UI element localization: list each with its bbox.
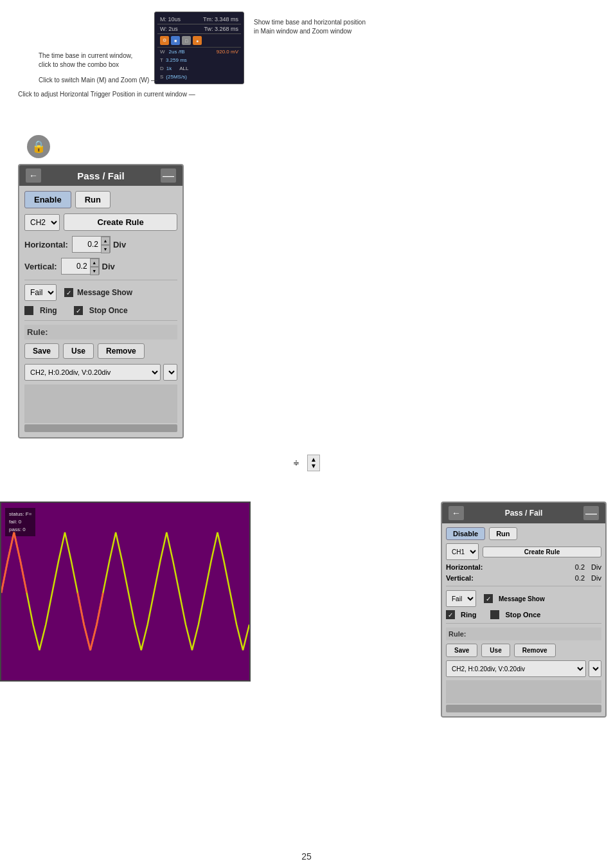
pf-enable-button[interactable]: Enable xyxy=(24,191,71,208)
pf-small-file-select[interactable]: CH2, H:0.20div, V:0.20div xyxy=(446,660,586,677)
pf-remove-button[interactable]: Remove xyxy=(98,343,145,359)
toolbar-second-row: W: 2us Tw: 3.268 ms xyxy=(157,24,241,34)
pf-small-back-button[interactable]: ← xyxy=(449,506,464,520)
pf-small-divider2 xyxy=(446,623,601,624)
pf-body: Enable Run CH2 Create Rule Horizontal: ▲ xyxy=(19,186,182,437)
pf-file-select[interactable]: CH2, H:0.20div, V:0.20div xyxy=(24,364,161,381)
pf-small-create-rule-button[interactable]: Create Rule xyxy=(483,547,601,557)
pf-horizontal-label: Horizontal: xyxy=(24,240,68,249)
trigger-val: 920.0 mV xyxy=(217,49,238,55)
pf-horizontal-input[interactable] xyxy=(73,240,98,249)
pf-divider2 xyxy=(24,320,177,321)
spinner-down-button[interactable]: ▼ xyxy=(310,463,317,469)
pf-vertical-up[interactable]: ▲ xyxy=(90,258,99,267)
pf-small-vert-label: Vertical: xyxy=(446,574,474,582)
pf-action-row: Save Use Remove xyxy=(24,343,177,359)
pf-stop-once-label: Stop Once xyxy=(89,306,128,315)
pf-vertical-input[interactable] xyxy=(62,262,87,271)
pf-small-file-row: CH2, H:0.20div, V:0.20div ▼ xyxy=(446,660,601,677)
pf-small-message-checkbox[interactable] xyxy=(484,594,493,603)
pf-bottom-empty xyxy=(24,384,177,423)
pf-run-button[interactable]: Run xyxy=(75,191,111,208)
pf-ring-checkbox[interactable] xyxy=(24,306,33,315)
annotation-left-1: The time base in current window, click t… xyxy=(39,51,132,69)
pf-save-button[interactable]: Save xyxy=(24,343,59,359)
pf-small-title: Pass / Fail xyxy=(505,509,543,518)
waveform-display xyxy=(1,522,249,664)
spinner-section: ≑ ▲ ▼ xyxy=(0,437,613,489)
pf-small-action-row: Save Use Remove xyxy=(446,644,601,657)
spinner-control[interactable]: ▲ ▼ xyxy=(307,455,320,471)
pf-panel-small: ← Pass / Fail — Disable Run CH1 Create R… xyxy=(441,502,607,718)
wave-line xyxy=(1,532,249,650)
pf-small-save-button[interactable]: Save xyxy=(446,644,477,657)
pf-small-fail-select[interactable]: Fail xyxy=(446,590,476,607)
lock-icon-wrap: 🔒 xyxy=(27,135,50,158)
pf-stop-once-checkbox[interactable] xyxy=(74,306,83,315)
pf-vertical-down[interactable]: ▼ xyxy=(90,267,99,275)
pf-horizontal-up[interactable]: ▲ xyxy=(101,237,110,245)
pf-file-arrow[interactable]: ▼ xyxy=(163,364,177,381)
wf-line1: status: F= xyxy=(9,511,31,518)
pf-vertical-numbox[interactable]: ▲ ▼ xyxy=(61,258,100,275)
pf-file-row: CH2, H:0.20div, V:0.20div ▼ xyxy=(24,364,177,381)
annotation-left-3: Click to adjust Horizontal Trigger Posit… xyxy=(18,90,195,99)
pf-small-header: ← Pass / Fail — xyxy=(442,503,605,523)
pf-small-horiz-unit: Div xyxy=(591,563,601,571)
pf-small-disable-button[interactable]: Disable xyxy=(446,527,485,540)
top-section: M: 10us Tm: 3.348 ms W: 2us Tw: 3.268 ms… xyxy=(0,0,613,129)
pf-fail-select[interactable]: Fail xyxy=(24,284,57,301)
wave-fail-2 xyxy=(78,593,103,650)
pf-horizontal-numbox[interactable]: ▲ ▼ xyxy=(72,236,111,253)
toolbar-icons: ⚙ ■ □ ● xyxy=(160,36,202,45)
pf-small-scrollbar[interactable] xyxy=(446,705,601,712)
pf-small-use-button[interactable]: Use xyxy=(481,644,510,657)
pf-message-checkbox[interactable] xyxy=(64,288,73,297)
pf-header: ← Pass / Fail — xyxy=(19,165,182,186)
pf-small-channel-select[interactable]: CH1 xyxy=(446,543,479,560)
pf-vertical-row: Vertical: ▲ ▼ Div xyxy=(24,258,177,275)
pf-minimize-button[interactable]: — xyxy=(161,168,176,183)
spinner-symbol: ≑ xyxy=(293,458,299,467)
t-val: 3.259 ms xyxy=(166,57,187,63)
pf-small-file-arrow[interactable]: ▼ xyxy=(589,660,601,677)
pf-horizontal-down[interactable]: ▼ xyxy=(101,245,110,253)
pf-small-run-button[interactable]: Run xyxy=(489,527,517,540)
pf-create-rule-button[interactable]: Create Rule xyxy=(64,213,177,231)
time-label: 2us /fB xyxy=(169,49,185,55)
pf-rule-label: Rule: xyxy=(24,325,177,339)
toolbar-row4: T 3.259 ms xyxy=(157,56,241,64)
s-row: S xyxy=(160,74,163,80)
pf-vertical-label: Vertical: xyxy=(24,262,57,271)
spinner-wrapper: ≑ ▲ ▼ xyxy=(293,455,320,471)
annotation-left-2: Click to switch Main (M) and Zoom (W) — xyxy=(39,76,157,85)
pf-small-horiz-val: 0.2 xyxy=(575,563,585,571)
pf-small-stop-once-checkbox[interactable] xyxy=(490,610,499,619)
waveform-area: status: F= fail: 0 pass: 0 xyxy=(0,502,251,682)
pf-channel-select[interactable]: CH2 xyxy=(24,214,60,231)
pf-enable-row: Enable Run xyxy=(24,191,177,208)
icon3: □ xyxy=(182,36,191,45)
page-number: 25 xyxy=(301,851,312,862)
pf-scrollbar[interactable] xyxy=(24,424,177,432)
pf-small-channel-row: CH1 Create Rule xyxy=(446,543,601,560)
w-btn[interactable]: W xyxy=(160,49,165,55)
wave-fail-1 xyxy=(1,532,27,593)
pf-small-remove-button[interactable]: Remove xyxy=(514,644,556,657)
pf-small-stop-once-label: Stop Once xyxy=(505,611,540,619)
pf-small-ring-label: Ring xyxy=(461,611,476,619)
pf-back-button[interactable]: ← xyxy=(26,168,41,183)
bottom-section: status: F= fail: 0 pass: 0 ← Pass / Fail… xyxy=(0,502,613,701)
pf-small-minimize-button[interactable]: — xyxy=(583,506,599,520)
pf-channel-row: CH2 Create Rule xyxy=(24,213,177,231)
pf-small-divider1 xyxy=(446,586,601,586)
pf-ring-label: Ring xyxy=(40,306,57,315)
pf-horizontal-row: Horizontal: ▲ ▼ Div xyxy=(24,236,177,253)
scope-toolbar: M: 10us Tm: 3.348 ms W: 2us Tw: 3.268 ms… xyxy=(154,12,244,84)
pf-use-button[interactable]: Use xyxy=(63,343,94,359)
toolbar-row3: W 2us /fB 920.0 mV xyxy=(157,47,241,56)
tw-value: Tw: 3.268 ms xyxy=(204,26,238,32)
icon2: ■ xyxy=(171,36,180,45)
pf-horizontal-unit: Div xyxy=(113,240,126,249)
pf-small-ring-checkbox[interactable] xyxy=(446,610,455,619)
